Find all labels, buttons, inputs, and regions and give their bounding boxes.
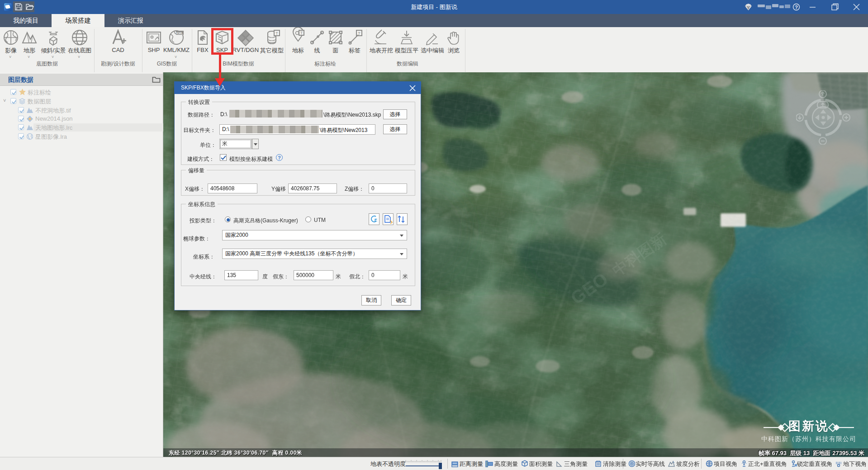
svg-text:?: ? xyxy=(795,5,798,10)
svg-text:KML: KML xyxy=(176,32,183,35)
svg-text:T: T xyxy=(300,31,303,35)
svg-text:T: T xyxy=(358,31,360,36)
svg-text:E: E xyxy=(375,218,377,222)
svg-text:T: T xyxy=(275,31,278,36)
svg-text:V: V xyxy=(747,6,749,9)
